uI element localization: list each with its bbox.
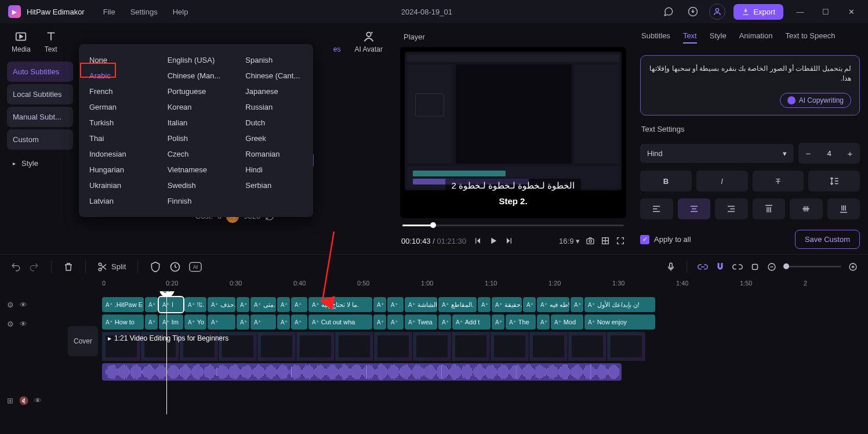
link-icon[interactable] [698, 262, 708, 272]
delete-icon[interactable] [63, 262, 74, 272]
aspect-ratio[interactable]: 16:9 ▾ [559, 237, 580, 245]
subtab-style[interactable]: Style [7, 152, 73, 170]
subtitle-clip[interactable]: A⁺ [250, 314, 276, 330]
download-icon[interactable] [685, 3, 701, 20]
export-button[interactable]: Export [733, 4, 783, 20]
line-height-button[interactable] [808, 171, 860, 191]
subtitle-clip[interactable]: A⁺ [373, 297, 386, 312]
rtab-text[interactable]: Text [683, 31, 697, 44]
subtitle-clip[interactable]: A⁺The [506, 314, 536, 330]
playhead[interactable] [166, 291, 167, 414]
valign-middle-button[interactable] [790, 198, 823, 219]
mic-icon[interactable] [666, 262, 676, 272]
subtitle-clip[interactable]: A⁺Twea [405, 314, 437, 330]
subtitle-clip[interactable]: A⁺ا [159, 297, 183, 312]
language-option[interactable]: Vietnamese [157, 162, 235, 178]
language-option[interactable]: Chinese (Cant... [235, 68, 313, 84]
subtitle-track-english[interactable]: A⁺How toA⁺A⁺ImA⁺YoA⁺A⁺AdA⁺A⁺A⁺A⁺Cut out … [102, 314, 868, 331]
language-option[interactable]: Ukrainian [79, 178, 157, 193]
valign-top-button[interactable] [753, 198, 786, 219]
next-frame-icon[interactable] [504, 236, 514, 245]
rtab-subtitles[interactable]: Subtitles [641, 31, 670, 44]
tab-text[interactable]: Text [45, 30, 57, 53]
italic-button[interactable]: I [696, 171, 748, 191]
subtitle-clip[interactable]: A⁺.HitPaw E [102, 297, 144, 312]
subtitle-clip[interactable]: A⁺ [387, 314, 404, 330]
ai-icon[interactable]: AI [189, 262, 202, 272]
subtitle-clip[interactable]: A⁺ [291, 314, 307, 330]
track-settings-icon[interactable]: ⚙ [7, 320, 14, 328]
subtitle-clip[interactable]: A⁺ [145, 314, 158, 330]
menu-settings[interactable]: Settings [126, 5, 162, 19]
subtitle-clip[interactable]: A⁺ [492, 314, 504, 330]
subtitle-clip[interactable]: A⁺Ad [237, 314, 249, 330]
rtab-tts[interactable]: Text to Speech [785, 31, 835, 44]
subtitle-clip[interactable]: A⁺طه فيه! [537, 297, 569, 312]
subtitle-clip[interactable]: A⁺ [277, 314, 290, 330]
subtitle-clip[interactable]: A⁺حقيقة. [492, 297, 522, 312]
font-size-stepper[interactable]: − 4 + [798, 143, 860, 164]
feedback-icon[interactable] [660, 3, 677, 20]
language-option[interactable]: Korean [157, 99, 235, 115]
subtitle-clip[interactable]: A⁺ن بإبداعك الأول! [584, 297, 655, 312]
window-close[interactable]: ✕ [842, 3, 860, 20]
subtitle-clip[interactable]: A⁺ [523, 297, 536, 312]
language-option[interactable]: Russian [235, 99, 313, 115]
subtab-auto-subtitles[interactable]: Auto Subtitles [7, 62, 73, 82]
apply-to-all-checkbox[interactable]: ✓Apply to all [640, 235, 691, 244]
snapshot-icon[interactable] [586, 236, 595, 245]
subtitle-clip[interactable]: A⁺Cut out wha [308, 314, 372, 330]
language-option[interactable]: Italian [157, 115, 235, 131]
subtitle-clip[interactable]: A⁺ [291, 297, 307, 312]
language-option[interactable]: German [79, 99, 157, 115]
subtitle-clip[interactable]: A⁺ [373, 314, 386, 330]
unlink-icon[interactable] [732, 262, 743, 272]
subtitle-track-arabic[interactable]: A⁺.HitPaw EA⁺A⁺اA⁺!ثا.A⁺حذف.A⁺A⁺متى.A⁺A⁺… [102, 297, 868, 313]
language-option[interactable]: Serbian [235, 178, 313, 193]
bold-button[interactable]: B [640, 171, 692, 191]
track-visibility-icon[interactable]: 👁 [20, 320, 27, 328]
track-visibility-icon[interactable]: 👁 [20, 301, 27, 309]
video-track[interactable]: ▸ 1:21 Video Editing Tips for Beginners [102, 332, 868, 362]
subtitle-clip[interactable]: A⁺ [537, 314, 550, 330]
language-option[interactable]: Indonesian [79, 146, 157, 162]
font-select[interactable]: Hind▾ [640, 144, 794, 163]
timeline-ruler[interactable]: 00:200:300:400:501:001:101:201:301:401:5… [102, 279, 868, 291]
subtitle-clip[interactable]: A⁺المقاطع. [438, 297, 477, 312]
player-viewport[interactable]: الخطوة لـخطوة لـخطوة لـخطوة 2 Step 2. [400, 47, 626, 218]
language-option[interactable]: Portuguese [157, 84, 235, 99]
language-option[interactable]: French [79, 84, 157, 99]
subtitle-clip[interactable]: A⁺Now enjoy [584, 314, 655, 330]
redo-icon[interactable] [29, 262, 39, 272]
tab-ai-avatar[interactable]: AI Avatar [355, 30, 383, 53]
language-option[interactable]: English (USA) [157, 52, 235, 68]
language-option[interactable]: Romanian [235, 146, 313, 162]
font-size-decrease[interactable]: − [798, 143, 818, 164]
subtitle-clip[interactable]: A⁺ [478, 297, 491, 312]
align-right-button[interactable] [715, 198, 748, 219]
language-option[interactable]: Arabic [79, 68, 157, 84]
valign-bottom-button[interactable] [827, 198, 860, 219]
font-size-increase[interactable]: + [840, 143, 860, 164]
menu-file[interactable]: File [99, 5, 120, 19]
play-icon[interactable] [488, 236, 499, 246]
marker-icon[interactable] [150, 261, 161, 273]
subtitle-clip[interactable]: A⁺Im [159, 314, 183, 330]
language-option[interactable]: Dutch [235, 115, 313, 131]
align-center-button[interactable] [678, 198, 711, 219]
ai-copywriting-button[interactable]: AI Copywriting [780, 93, 851, 108]
subtitle-clip[interactable]: A⁺How to [102, 314, 144, 330]
subtitle-clip[interactable]: A⁺ [571, 297, 583, 312]
rtab-style[interactable]: Style [710, 31, 727, 44]
subtitle-clip[interactable]: A⁺Mod [551, 314, 583, 330]
window-minimize[interactable]: — [791, 3, 809, 20]
language-option[interactable]: Polish [157, 131, 235, 146]
language-option[interactable]: Spanish [235, 52, 313, 68]
fullscreen-icon[interactable] [616, 236, 625, 245]
language-option[interactable]: None [79, 52, 157, 68]
subtitle-clip[interactable]: A⁺ [237, 297, 249, 312]
save-custom-button[interactable]: Save Custom [795, 230, 860, 249]
subtitle-clip[interactable]: A⁺Add t [452, 314, 491, 330]
playhead-split-icon[interactable] [159, 291, 175, 297]
speed-icon[interactable] [169, 261, 181, 273]
